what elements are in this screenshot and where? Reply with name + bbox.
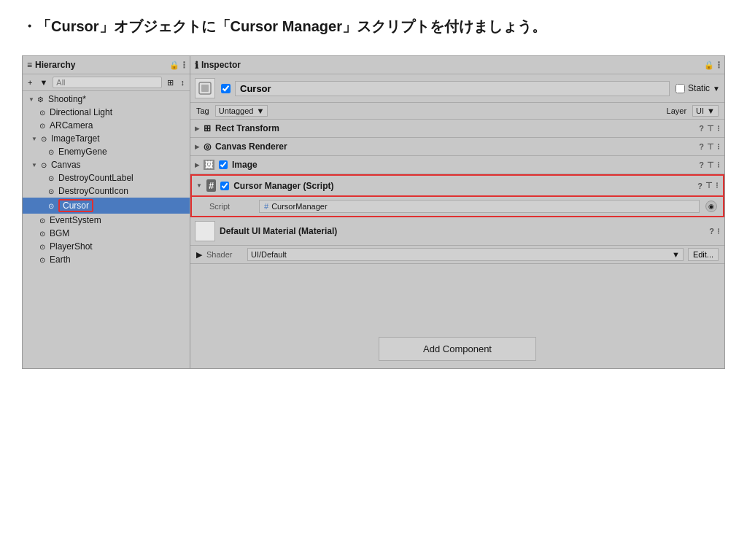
- object-name-row: [221, 81, 670, 96]
- hierarchy-menu-icon: ≡: [27, 60, 32, 70]
- canvas-align-icon[interactable]: ⊤: [707, 142, 714, 152]
- cursor-manager-align-icon[interactable]: ⊤: [705, 181, 713, 190]
- layer-dropdown[interactable]: UI ▼: [692, 105, 719, 117]
- hierarchy-lock-icon[interactable]: 🔒: [169, 61, 179, 70]
- hierarchy-toolbar: + ▼ ⊞ ↕: [23, 74, 190, 91]
- enemygene-icon: ⊙: [46, 147, 56, 157]
- arrow-imagetarget: ▼: [31, 136, 37, 142]
- image-menu-icon[interactable]: ⁝: [717, 160, 720, 170]
- filter-button[interactable]: ⊞: [165, 77, 176, 88]
- image-arrow: ▶: [195, 162, 199, 168]
- rect-transform-icon: ⊞: [204, 123, 211, 133]
- cursor-manager-checkbox[interactable]: [220, 182, 229, 190]
- layer-dropdown-arrow: ▼: [707, 106, 715, 115]
- tree-item-directionallight[interactable]: ⊙ Directional Light: [23, 106, 190, 119]
- material-menu-icon[interactable]: ⁝: [717, 227, 720, 236]
- image-active-checkbox[interactable]: [219, 160, 228, 169]
- arrow-shooting: ▼: [28, 96, 34, 103]
- tag-dropdown[interactable]: Untagged ▼: [215, 105, 268, 117]
- arcamera-label: ARCamera: [50, 120, 93, 131]
- object-name-input[interactable]: [235, 81, 670, 96]
- image-question-icon[interactable]: ?: [699, 160, 704, 169]
- bgm-icon: ⊙: [37, 228, 47, 238]
- tree-item-earth[interactable]: ⊙ Earth: [23, 253, 190, 266]
- tree-item-enemygene[interactable]: ⊙ EnemyGene: [23, 145, 190, 158]
- tag-layer-row: Tag Untagged ▼ Layer UI ▼: [190, 103, 724, 120]
- hierarchy-options-icon[interactable]: ⁝: [182, 59, 185, 71]
- cursor-manager-title: Cursor Manager (Script): [233, 181, 693, 191]
- eventsystem-label: EventSystem: [50, 215, 101, 225]
- image-row[interactable]: ▶ 🖼 Image ? ⊤ ⁝: [190, 156, 724, 174]
- unity-editor: ≡ Hierarchy 🔒 ⁝ + ▼ ⊞ ↕ ▼: [22, 55, 725, 369]
- cursor-manager-menu-icon[interactable]: ⁝: [716, 181, 719, 190]
- canvas-renderer-row[interactable]: ▶ ◎ Canvas Renderer ? ⊤ ⁝: [190, 138, 724, 156]
- destroycounticon-label: DestroyCountIcon: [58, 186, 128, 196]
- arrow-canvas: ▼: [31, 162, 37, 168]
- cursor-manager-controls: ? ⊤ ⁝: [697, 181, 719, 190]
- rect-menu-icon[interactable]: ⁝: [717, 124, 720, 133]
- object-icon-box: [195, 78, 215, 98]
- canvas-question-icon[interactable]: ?: [699, 142, 704, 151]
- tree-item-destroycountlabel[interactable]: ⊙ DestroyCountLabel: [23, 171, 190, 184]
- search-input[interactable]: [53, 77, 161, 88]
- shader-dropdown-arrow: ▼: [672, 250, 680, 259]
- arrow-button[interactable]: ▼: [37, 77, 50, 88]
- canvas-menu-icon[interactable]: ⁝: [717, 142, 720, 152]
- inspector-header: ℹ Inspector 🔒 ⁝: [190, 56, 724, 74]
- imagetarget-icon: ⊙: [39, 133, 49, 144]
- hierarchy-tree: ▼ ⚙ Shooting* ⊙ Directional Light ⊙ ARCa…: [23, 91, 190, 368]
- tree-item-canvas[interactable]: ▼ ⊙ Canvas: [23, 158, 190, 171]
- tree-item-destroycounticon[interactable]: ⊙ DestroyCountIcon: [23, 184, 190, 198]
- inspector-title: Inspector: [201, 60, 241, 70]
- tree-item-imagetarget[interactable]: ▼ ⊙ ImageTarget: [23, 132, 190, 145]
- image-align-icon[interactable]: ⊤: [707, 160, 714, 170]
- rect-question-icon[interactable]: ?: [699, 124, 704, 133]
- destroycountlabel-label: DestroyCountLabel: [58, 173, 133, 183]
- image-controls: ? ⊤ ⁝: [699, 160, 720, 170]
- tree-item-eventsystem[interactable]: ⊙ EventSystem: [23, 214, 190, 227]
- static-checkbox[interactable]: [676, 84, 685, 93]
- hierarchy-panel: ≡ Hierarchy 🔒 ⁝ + ▼ ⊞ ↕ ▼: [23, 56, 190, 368]
- image-icon-box: 🖼: [204, 160, 214, 170]
- cursor-manager-arrow: ▼: [196, 182, 202, 189]
- static-dropdown-arrow[interactable]: ▼: [713, 85, 720, 93]
- imagetarget-label: ImageTarget: [51, 133, 100, 144]
- tree-item-shooting[interactable]: ▼ ⚙ Shooting*: [23, 93, 190, 106]
- inspector-options-icon[interactable]: ⁝: [717, 59, 720, 71]
- cursor-label: Cursor: [58, 199, 93, 212]
- directionallight-label: Directional Light: [50, 107, 112, 117]
- canvas-label: Canvas: [51, 160, 81, 170]
- shooting-label: Shooting*: [48, 94, 86, 104]
- inspector-lock-icon[interactable]: 🔒: [704, 61, 714, 70]
- material-row[interactable]: Default UI Material (Material) ? ⁝: [190, 217, 724, 246]
- script-value: # CursorManager: [259, 200, 700, 213]
- sort-button[interactable]: ↕: [179, 77, 187, 88]
- add-button[interactable]: +: [26, 77, 34, 88]
- material-thumbnail: [195, 221, 215, 241]
- tree-item-cursor[interactable]: ⊙ Cursor: [23, 198, 190, 214]
- cursor-manager-row[interactable]: ▼ # Cursor Manager (Script) ? ⊤ ⁝: [190, 174, 724, 197]
- rect-align-icon[interactable]: ⊤: [707, 124, 714, 133]
- shooting-icon: ⚙: [36, 94, 46, 104]
- directionallight-icon: ⊙: [37, 107, 47, 117]
- shader-edit-button[interactable]: Edit...: [688, 248, 719, 261]
- cursor-manager-hash-icon: #: [206, 179, 216, 192]
- cursor-manager-question-icon[interactable]: ?: [697, 182, 703, 190]
- static-label: Static: [688, 83, 710, 93]
- rect-transform-row[interactable]: ▶ ⊞ Rect Transform ? ⊤ ⁝: [190, 120, 724, 138]
- destroycountlabel-icon: ⊙: [46, 173, 56, 183]
- object-header-row: Static ▼: [190, 74, 724, 103]
- inspector-info-icon: ℹ: [195, 60, 198, 71]
- material-question-icon[interactable]: ?: [709, 227, 714, 236]
- script-select-button[interactable]: ◉: [705, 201, 717, 212]
- shader-dropdown[interactable]: UI/Default ▼: [247, 248, 684, 261]
- tree-item-playershot[interactable]: ⊙ PlayerShot: [23, 240, 190, 253]
- object-active-checkbox[interactable]: [221, 84, 231, 93]
- playershot-icon: ⊙: [37, 241, 47, 252]
- eventsystem-icon: ⊙: [37, 215, 47, 225]
- layer-label: Layer: [667, 106, 687, 115]
- add-component-button[interactable]: Add Component: [379, 337, 536, 361]
- arcamera-icon: ⊙: [37, 120, 47, 131]
- tree-item-arcamera[interactable]: ⊙ ARCamera: [23, 119, 190, 132]
- tree-item-bgm[interactable]: ⊙ BGM: [23, 227, 190, 240]
